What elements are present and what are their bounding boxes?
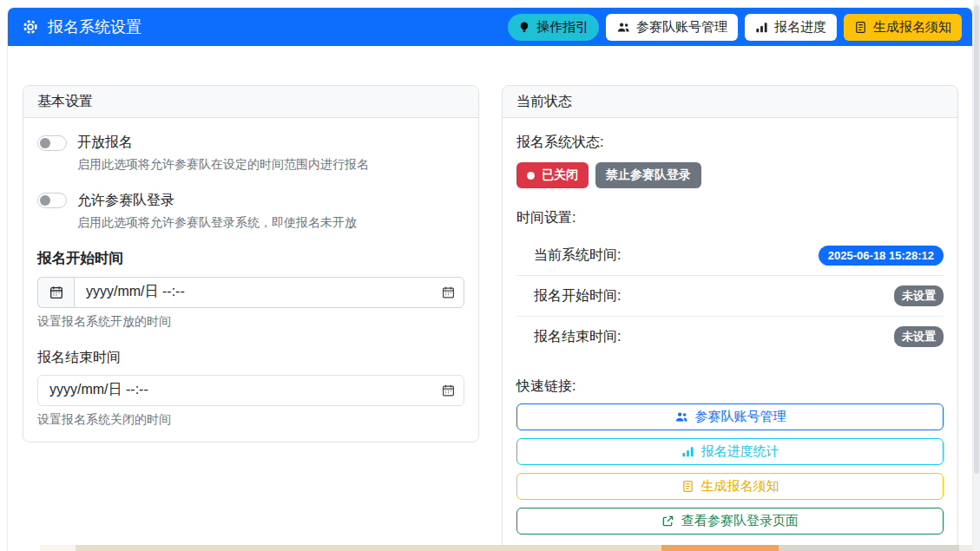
quick-link-generate-notice[interactable]: 生成报名须知 — [516, 473, 944, 500]
basic-settings-body: 开放报名 启用此选项将允许参赛队在设定的时间范围内进行报名 允许参赛队登录 启用… — [23, 118, 478, 442]
current-time-label: 当前系统时间: — [534, 246, 621, 265]
page-title: 报名系统设置 — [22, 16, 141, 37]
open-registration-toggle[interactable] — [37, 135, 67, 151]
end-time-input[interactable] — [37, 375, 464, 406]
start-time-field-wrap — [74, 277, 464, 308]
guide-button-label: 操作指引 — [536, 19, 589, 36]
start-time-help: 设置报名系统开放的时间 — [37, 314, 464, 330]
open-registration-help: 启用此选项将允许参赛队在设定的时间范围内进行报名 — [77, 156, 464, 173]
open-registration-row: 开放报名 — [37, 134, 464, 152]
file-text-icon — [854, 21, 867, 34]
quick-links-label: 快速链接: — [516, 377, 944, 396]
status-closed-badge: 已关闭 — [516, 162, 589, 188]
system-status-label: 报名系统状态: — [516, 134, 944, 152]
basic-settings-title: 基本设置 — [37, 93, 93, 111]
status-closed-text: 已关闭 — [542, 167, 578, 183]
current-status-header: 当前状态 — [503, 86, 957, 118]
login-forbidden-text: 禁止参赛队登录 — [606, 167, 691, 183]
bar-chart-icon — [681, 445, 694, 458]
content-area: 基本设置 开放报名 启用此选项将允许参赛队在设定的时间范围内进行报名 允许参赛队… — [8, 46, 972, 551]
current-time-row: 当前系统时间: 2025-06-18 15:28:12 — [516, 236, 944, 275]
quick-links: 参赛队账号管理 报名进度统计 — [516, 403, 944, 535]
progress-button-label: 报名进度 — [774, 19, 826, 36]
external-link-icon — [661, 515, 674, 528]
basic-settings-card: 基本设置 开放报名 启用此选项将允许参赛队在设定的时间范围内进行报名 允许参赛队… — [23, 85, 479, 443]
quick-link-label: 参赛队账号管理 — [695, 409, 786, 425]
people-icon — [674, 410, 688, 423]
bottom-strip-segment — [76, 545, 661, 551]
start-time-label: 报名开始时间 — [37, 249, 464, 268]
bottom-strip-segment — [40, 545, 76, 551]
generate-notice-button[interactable]: 生成报名须知 — [844, 14, 962, 41]
end-time-row: 报名结束时间: 未设置 — [516, 316, 944, 357]
end-time-label: 报名结束时间 — [37, 349, 464, 367]
app-header: 报名系统设置 操作指引 — [8, 8, 972, 46]
quick-link-team-accounts[interactable]: 参赛队账号管理 — [516, 403, 944, 430]
start-time-row: 报名开始时间: 未设置 — [516, 275, 944, 316]
team-accounts-button[interactable]: 参赛队账号管理 — [606, 14, 738, 41]
toggle-knob — [40, 195, 50, 206]
quick-link-label: 报名进度统计 — [701, 443, 779, 460]
allow-login-label: 允许参赛队登录 — [77, 192, 174, 210]
scrollbar-thumb[interactable] — [974, 5, 979, 474]
current-time-badge: 2025-06-18 15:28:12 — [819, 246, 944, 266]
bottom-strip-segment — [661, 545, 779, 551]
lightbulb-icon — [518, 21, 530, 34]
generate-notice-button-label: 生成报名须知 — [873, 19, 951, 36]
calendar-picker-icon[interactable] — [442, 384, 455, 397]
basic-settings-header: 基本设置 — [23, 86, 478, 118]
progress-button[interactable]: 报名进度 — [745, 14, 837, 41]
bar-chart-icon — [755, 21, 768, 34]
main-panel: 报名系统设置 操作指引 — [7, 7, 973, 551]
bottom-strip-segment — [779, 545, 959, 551]
dot-icon — [527, 172, 535, 180]
allow-login-row: 允许参赛队登录 — [37, 192, 464, 210]
bottom-strip — [0, 545, 980, 551]
current-status-title: 当前状态 — [516, 93, 572, 111]
end-time-row-label: 报名结束时间: — [534, 328, 621, 346]
quick-link-progress-stats[interactable]: 报名进度统计 — [516, 438, 944, 465]
toggle-knob — [40, 138, 50, 148]
team-accounts-button-label: 参赛队账号管理 — [636, 19, 727, 36]
status-badges: 已关闭 禁止参赛队登录 — [516, 162, 944, 188]
login-forbidden-badge: 禁止参赛队登录 — [595, 162, 701, 188]
allow-login-toggle[interactable] — [37, 193, 67, 208]
calendar-picker-icon[interactable] — [442, 285, 455, 298]
current-status-body: 报名系统状态: 已关闭 禁止参赛队登录 时间设置: 当前系统时间: 2025-0… — [503, 118, 957, 551]
allow-login-help: 启用此选项将允许参赛队登录系统，即使报名未开放 — [77, 214, 464, 231]
time-rows: 当前系统时间: 2025-06-18 15:28:12 报名开始时间: 未设置 … — [516, 236, 944, 357]
open-registration-label: 开放报名 — [77, 134, 133, 152]
start-time-row-label: 报名开始时间: — [534, 287, 621, 305]
header-actions: 操作指引 参赛队账号管理 — [508, 14, 962, 41]
quick-link-label: 生成报名须知 — [701, 478, 779, 495]
guide-button[interactable]: 操作指引 — [508, 14, 599, 41]
page-title-text: 报名系统设置 — [48, 16, 141, 37]
gear-icon — [22, 18, 39, 36]
end-time-field-wrap — [37, 375, 464, 406]
calendar-addon-button[interactable] — [37, 277, 74, 308]
start-time-group — [37, 277, 464, 308]
current-status-card: 当前状态 报名系统状态: 已关闭 禁止参赛队登录 时间设置: 当前系统时间 — [502, 85, 958, 551]
time-settings-label: 时间设置: — [516, 209, 944, 227]
start-time-input[interactable] — [74, 277, 464, 308]
vertical-scrollbar[interactable] — [973, 0, 980, 551]
start-time-badge: 未设置 — [894, 285, 944, 306]
people-icon — [616, 21, 630, 34]
end-time-help: 设置报名系统关闭的时间 — [37, 412, 464, 428]
end-time-badge: 未设置 — [894, 326, 944, 347]
calendar-icon — [49, 285, 63, 299]
quick-link-label: 查看参赛队登录页面 — [681, 513, 799, 529]
file-text-icon — [681, 480, 694, 493]
quick-link-view-login-page[interactable]: 查看参赛队登录页面 — [516, 508, 944, 535]
